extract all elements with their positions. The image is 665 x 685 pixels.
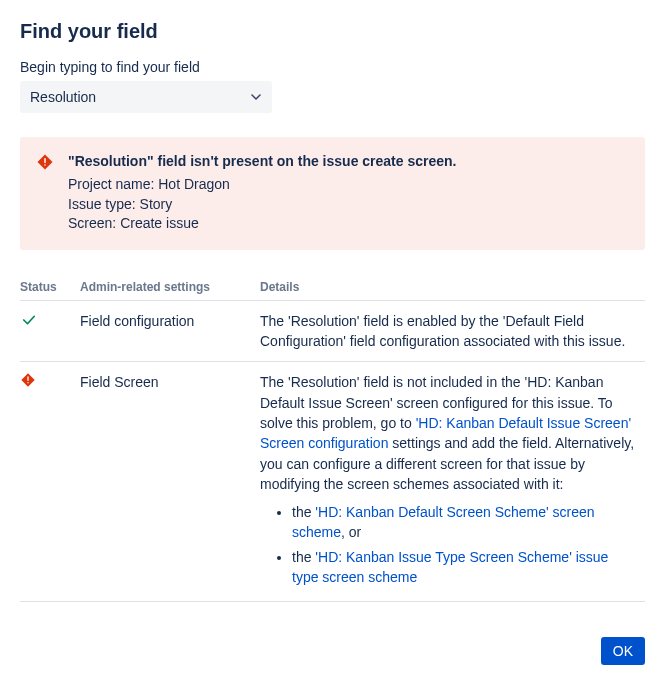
svg-rect-3: [27, 382, 28, 383]
col-header-status: Status: [20, 274, 80, 301]
alert-issue-type: Issue type: Story: [68, 195, 629, 215]
svg-rect-2: [27, 377, 28, 382]
ok-button[interactable]: OK: [601, 637, 645, 665]
warning-panel: "Resolution" field isn't present on the …: [20, 137, 645, 250]
check-icon: [20, 311, 72, 329]
details-cell: The 'Resolution' field is enabled by the…: [260, 300, 645, 362]
table-row: Field Screen The 'Resolution' field is n…: [20, 362, 645, 602]
error-icon: [36, 153, 54, 171]
bullet-pre: the: [292, 549, 315, 565]
admin-cell: Field Screen: [80, 362, 260, 602]
svg-rect-1: [44, 164, 46, 166]
list-item: the 'HD: Kanban Issue Type Screen Scheme…: [292, 547, 637, 588]
bullet-pre: the: [292, 504, 315, 520]
table-row: Field configuration The 'Resolution' fie…: [20, 300, 645, 362]
settings-table: Status Admin-related settings Details Fi…: [20, 274, 645, 603]
issue-type-screen-scheme-link[interactable]: 'HD: Kanban Issue Type Screen Scheme' is…: [292, 549, 608, 585]
alert-screen: Screen: Create issue: [68, 214, 629, 234]
field-select[interactable]: Resolution: [20, 81, 272, 113]
list-item: the 'HD: Kanban Default Screen Scheme' s…: [292, 502, 637, 543]
alert-project: Project name: Hot Dragon: [68, 175, 629, 195]
admin-cell: Field configuration: [80, 300, 260, 362]
field-select-value[interactable]: Resolution: [20, 81, 272, 113]
status-cell: [20, 300, 80, 362]
error-icon: [20, 372, 72, 388]
alert-title: "Resolution" field isn't present on the …: [68, 153, 629, 169]
col-header-admin: Admin-related settings: [80, 274, 260, 301]
details-cell: The 'Resolution' field is not included i…: [260, 362, 645, 602]
bullet-post: , or: [341, 524, 361, 540]
page-title: Find your field: [20, 20, 645, 43]
col-header-details: Details: [260, 274, 645, 301]
field-label: Begin typing to find your field: [20, 59, 645, 75]
screen-scheme-link[interactable]: 'HD: Kanban Default Screen Scheme' scree…: [292, 504, 595, 540]
svg-rect-0: [44, 158, 46, 163]
status-cell: [20, 362, 80, 602]
